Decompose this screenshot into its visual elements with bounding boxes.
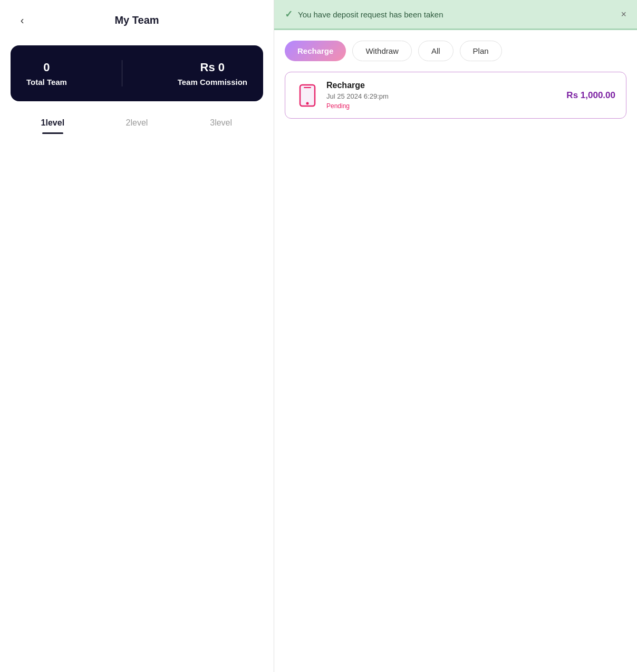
back-button[interactable]: ‹: [13, 11, 32, 30]
filter-tab-all[interactable]: All: [418, 41, 453, 61]
tab-2level[interactable]: 2level: [95, 112, 179, 134]
filter-tab-recharge[interactable]: Recharge: [285, 41, 346, 61]
commission-value: Rs 0: [200, 61, 225, 74]
filter-tab-plan[interactable]: Plan: [460, 41, 502, 61]
transaction-details: Recharge Jul 25 2024 6:29:pm Pending: [326, 81, 559, 110]
toast-close-button[interactable]: ×: [621, 9, 626, 19]
filter-tab-withdraw[interactable]: Withdraw: [352, 41, 412, 61]
total-team-label: Total Team: [26, 78, 67, 87]
toast-content: ✓ You have deposit request has been take…: [285, 8, 443, 20]
transaction-card: Recharge Jul 25 2024 6:29:pm Pending Rs …: [285, 72, 626, 119]
stats-card: 0 Total Team Rs 0 Team Commission: [11, 45, 263, 101]
transaction-icon-wrapper: [296, 84, 319, 107]
total-team-stat: 0 Total Team: [26, 61, 67, 87]
left-content-area: [0, 134, 274, 672]
phone-icon: [298, 84, 317, 107]
transaction-title: Recharge: [326, 81, 559, 90]
page-header: ‹ My Team: [0, 0, 274, 40]
tab-1level[interactable]: 1level: [11, 112, 95, 134]
page-title: My Team: [114, 14, 159, 26]
right-content-area: [274, 119, 637, 672]
left-panel: ‹ My Team 0 Total Team Rs 0 Team Commiss…: [0, 0, 274, 672]
right-panel: ✓ You have deposit request has been take…: [274, 0, 637, 672]
svg-point-2: [306, 102, 309, 104]
team-commission-stat: Rs 0 Team Commission: [178, 61, 247, 87]
commission-label: Team Commission: [178, 78, 247, 87]
transaction-status: Pending: [326, 102, 559, 110]
level-tabs: 1level 2level 3level: [0, 112, 274, 134]
toast-notification: ✓ You have deposit request has been take…: [274, 0, 637, 30]
filter-tabs: Recharge Withdraw All Plan: [274, 30, 637, 72]
total-team-value: 0: [43, 61, 50, 74]
transaction-date: Jul 25 2024 6:29:pm: [326, 92, 559, 100]
tab-3level[interactable]: 3level: [179, 112, 263, 134]
toast-message: You have deposit request has been taken: [298, 10, 443, 19]
check-icon: ✓: [285, 8, 293, 20]
back-icon: ‹: [21, 14, 24, 26]
stat-divider: [122, 60, 122, 87]
transaction-amount: Rs 1,000.00: [566, 90, 615, 101]
